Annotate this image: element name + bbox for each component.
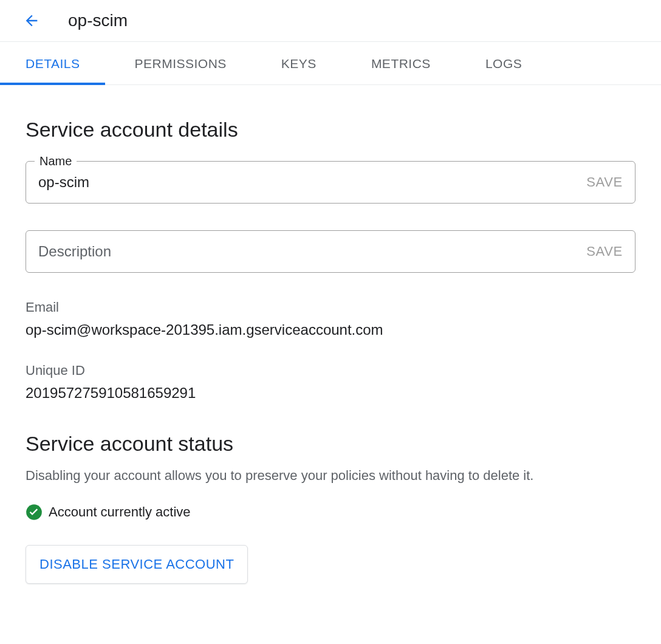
- tab-details[interactable]: DETAILS: [26, 42, 80, 84]
- description-field-wrap: SAVE: [26, 230, 635, 273]
- name-save-button[interactable]: SAVE: [577, 174, 623, 190]
- description-save-button[interactable]: SAVE: [577, 244, 623, 259]
- email-value: op-scim@workspace-201395.iam.gserviceacc…: [26, 321, 635, 338]
- email-label: Email: [26, 300, 635, 315]
- content-area: Service account details Name SAVE SAVE E…: [0, 85, 661, 608]
- tab-keys[interactable]: KEYS: [281, 42, 317, 84]
- status-active-text: Account currently active: [49, 504, 191, 520]
- unique-id-value: 201957275910581659291: [26, 385, 635, 402]
- tab-logs[interactable]: LOGS: [485, 42, 522, 84]
- tab-metrics[interactable]: METRICS: [371, 42, 431, 84]
- status-section-title: Service account status: [26, 432, 635, 456]
- status-description: Disabling your account allows you to pre…: [26, 467, 635, 485]
- check-circle-icon: [26, 504, 43, 521]
- status-section: Service account status Disabling your ac…: [26, 432, 635, 584]
- unique-id-label: Unique ID: [26, 363, 635, 379]
- description-field: SAVE: [26, 230, 635, 273]
- name-label: Name: [35, 154, 77, 168]
- name-field: Name SAVE: [26, 161, 635, 204]
- tabs-bar: DETAILS PERMISSIONS KEYS METRICS LOGS: [0, 42, 661, 85]
- description-input[interactable]: [38, 243, 577, 260]
- name-input[interactable]: [38, 174, 577, 191]
- name-field-wrap: Name SAVE: [26, 161, 635, 204]
- page-title: op-scim: [68, 11, 128, 30]
- details-section-title: Service account details: [26, 118, 635, 142]
- page-header: op-scim: [0, 0, 661, 42]
- back-arrow-icon[interactable]: [23, 12, 40, 29]
- disable-service-account-button[interactable]: DISABLE SERVICE ACCOUNT: [26, 545, 248, 584]
- tab-permissions[interactable]: PERMISSIONS: [134, 42, 226, 84]
- status-row: Account currently active: [26, 504, 635, 521]
